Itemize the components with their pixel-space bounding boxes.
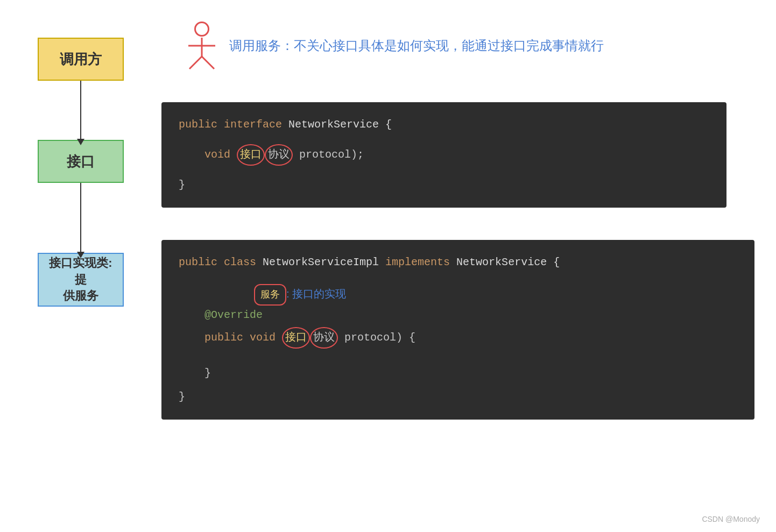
code-protocol-1: protocol);	[293, 148, 364, 161]
impl-line-3: public void 接口协议 protocol) {	[179, 327, 737, 349]
watermark: CSDN @Monody	[702, 515, 760, 523]
impl-code-block: public class NetworkServiceImpl implemen…	[161, 240, 754, 420]
keyword-implements: implements	[385, 256, 456, 268]
circled-param-2: 协议	[310, 327, 338, 349]
class-name-1: NetworkService {	[288, 118, 392, 131]
class-name-2: NetworkServiceImpl	[263, 256, 385, 268]
left-column: 调用方 接口 接口实现类: 提供服务	[22, 16, 140, 516]
impl-line-2: @Override	[179, 306, 737, 325]
keyword-void-2: void	[250, 331, 282, 344]
keyword-interface: interface	[224, 118, 288, 131]
main-container: 调用方 接口 接口实现类: 提供服务	[0, 0, 776, 532]
interface-code-block: public interface NetworkService { void 接…	[161, 102, 726, 208]
top-annotation: 调用服务：不关心接口具体是如何实现，能通过接口完成事情就行	[183, 22, 754, 70]
closing-brace-1: }	[179, 179, 185, 191]
svg-line-2	[189, 56, 202, 69]
impl-line-service: 服务: 接口的实现	[179, 284, 737, 306]
person-head	[194, 22, 209, 37]
interface-label: 接口	[67, 152, 95, 171]
service-bubble: 服务	[254, 284, 286, 306]
top-annotation-text: 调用服务：不关心接口具体是如何实现，能通过接口完成事情就行	[229, 37, 604, 54]
caller-label: 调用方	[60, 50, 102, 69]
code-line-2: void 接口协议 protocol);	[179, 144, 709, 166]
override-annotation: @Override	[204, 309, 263, 321]
person-body-svg	[183, 38, 221, 70]
inner-closing-brace: }	[204, 367, 211, 379]
person-figure	[183, 22, 221, 70]
keyword-public-1: public	[179, 118, 224, 131]
code-line-1: public interface NetworkService {	[179, 115, 709, 134]
caller-box: 调用方	[38, 38, 124, 81]
outer-closing-brace: }	[179, 391, 185, 403]
code-protocol-2: protocol) {	[338, 331, 415, 344]
code-line-3: }	[179, 175, 709, 195]
impl-box: 接口实现类: 提供服务	[38, 253, 124, 307]
right-column: 调用服务：不关心接口具体是如何实现，能通过接口完成事情就行 public int…	[161, 16, 754, 516]
impl-line-6: }	[179, 387, 737, 407]
keyword-public-2: public	[179, 256, 224, 268]
keyword-void-1: void	[204, 148, 237, 161]
service-colon-text: : 接口的实现	[286, 288, 346, 300]
svg-line-3	[202, 56, 214, 69]
impl-line-5: }	[179, 364, 737, 383]
keyword-class: class	[224, 256, 263, 268]
circled-method-1: 接口	[237, 144, 265, 166]
impl-label: 接口实现类: 提供服务	[43, 255, 118, 304]
interface-box: 接口	[38, 140, 124, 183]
impl-line-1: public class NetworkServiceImpl implemen…	[179, 253, 737, 272]
spacer	[161, 208, 754, 240]
circled-method-2: 接口	[282, 327, 310, 349]
arrow-caller-to-interface	[80, 81, 81, 140]
arrow-interface-to-impl	[80, 183, 81, 253]
class-name-3: NetworkService {	[456, 256, 560, 268]
keyword-public-3: public	[204, 331, 250, 344]
circled-param-1: 协议	[265, 144, 293, 166]
